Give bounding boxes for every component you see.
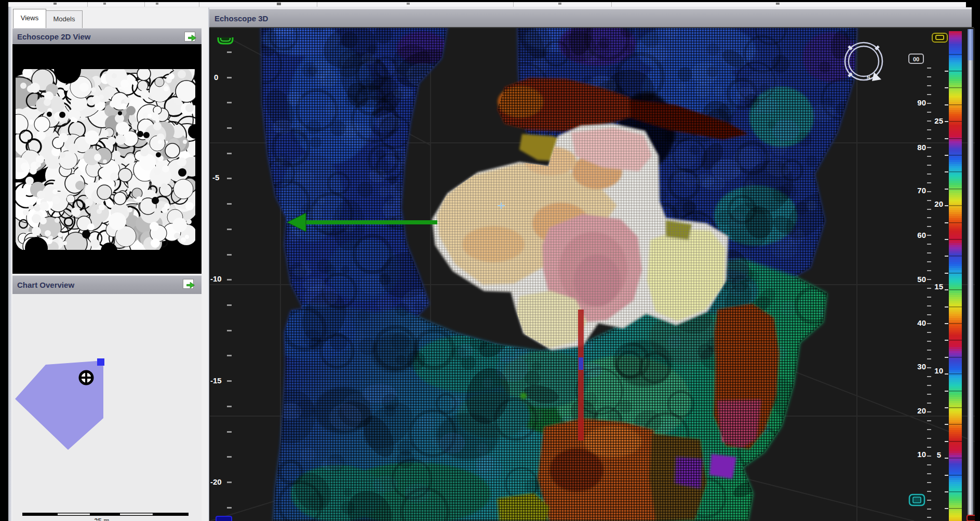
svg-text:25: 25 xyxy=(934,116,943,125)
svg-text:60: 60 xyxy=(917,231,926,239)
svg-text:30: 30 xyxy=(917,362,926,371)
svg-text:20: 20 xyxy=(934,199,943,208)
svg-text:90: 90 xyxy=(917,98,926,107)
svg-text:-15: -15 xyxy=(210,376,222,385)
svg-text:0: 0 xyxy=(214,73,218,82)
svg-text:15: 15 xyxy=(934,282,943,291)
svg-text:00: 00 xyxy=(913,56,919,62)
svg-text:-10: -10 xyxy=(210,274,222,283)
svg-text:-20: -20 xyxy=(210,477,222,486)
svg-text:50: 50 xyxy=(917,275,926,284)
svg-text:80: 80 xyxy=(917,143,926,152)
svg-text:25 m: 25 m xyxy=(94,517,110,520)
svg-text:N: N xyxy=(867,75,870,80)
svg-text:20: 20 xyxy=(917,406,926,415)
svg-text:10: 10 xyxy=(934,366,943,375)
svg-text:70: 70 xyxy=(917,186,926,195)
svg-text:10: 10 xyxy=(917,450,926,459)
svg-text:5: 5 xyxy=(937,450,941,459)
svg-text:-5: -5 xyxy=(212,173,219,182)
svg-text:40: 40 xyxy=(917,318,926,327)
